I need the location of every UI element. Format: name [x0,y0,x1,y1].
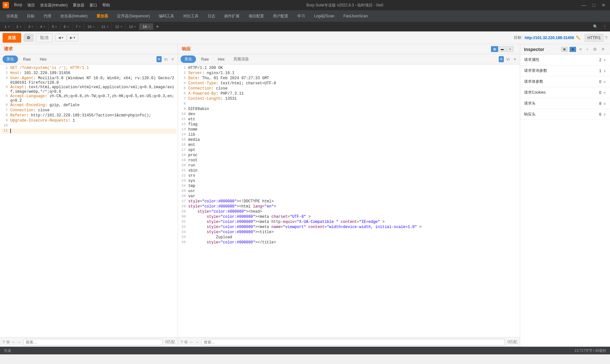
inspector-item-query-params[interactable]: 请求查询参数 1 ∨ [520,65,610,76]
request-next-icon[interactable]: → [17,340,21,344]
response-tab-beautify[interactable]: 美化 [181,55,196,63]
tab-14[interactable]: 14 × [140,23,153,30]
tab-search-icon[interactable]: 🔍 [591,23,600,30]
tab-more-icon[interactable]: ⋮ [601,23,609,30]
menu-intruder[interactable]: 攻击器(Intruder) [40,3,67,8]
response-code-area[interactable]: 1HTTP/1.1 200 OK2Server: nginx/1.16.13Da… [178,64,520,337]
nav-extensions[interactable]: 插件扩展 [220,12,243,20]
menu-project[interactable]: 项目 [27,3,35,8]
inspector-item-cookies[interactable]: 请求Cookies 0 ∨ [520,87,610,98]
http-version-badge[interactable]: HTTP/1 [585,34,604,42]
response-prev-icon[interactable]: ← [189,340,193,344]
response-settings-icon[interactable]: ⚙ [184,340,188,344]
request-prev-icon[interactable]: ← [11,340,15,344]
line-content-9: Upgrade-Insecure-Requests: 1 [10,118,176,123]
window-controls: — □ ✕ [580,2,607,8]
nav-project-options[interactable]: 项目配置 [245,12,268,20]
tab-2[interactable]: 2 × [13,23,25,30]
response-line-number-2: 2 [179,71,188,76]
menu-repeater[interactable]: 重放器 [73,3,84,8]
tab-12[interactable]: 12 × [112,23,126,30]
request-search-input[interactable] [23,339,163,345]
request-code-area[interactable]: 1GET /?cmd=system('ls /'); HTTP/1.12Host… [0,64,178,337]
response-search-input[interactable] [201,339,505,345]
response-more-icon[interactable]: ≡ [512,56,517,62]
view-btn-2[interactable]: ▬ [499,46,506,52]
inspector-item-response-headers[interactable]: 响应头 6 ∨ [520,109,610,120]
nav-encoder[interactable]: 编码工具 [155,12,178,20]
inspector-settings-icon[interactable]: ⚙ [592,46,598,52]
menu-window[interactable]: 窗口 [89,3,97,8]
response-line-number-3: 3 [179,76,188,81]
target-label: 目标: [514,35,522,40]
tab-7[interactable]: 7 × [72,23,84,30]
request-format-icon[interactable]: ≡ [157,56,162,62]
nav-log4j2scan[interactable]: Log4j2Scan [310,13,338,20]
response-line-32: 32 style="color:#000080"><meta name="vie… [179,225,519,230]
response-tab-hex[interactable]: Hex [214,56,228,63]
request-tab-raw[interactable]: Raw [19,56,35,63]
request-wrap-icon[interactable]: \n [163,56,169,62]
cancel-button[interactable]: 取消 [36,33,53,42]
response-format-icon[interactable]: ≡ [499,56,504,62]
response-line-content-3: Date: Thu, 01 Feb 2024 07:27:33 GMT [188,76,519,81]
next-button[interactable]: ▶ ▾ [67,34,78,41]
menu-help[interactable]: 帮助 [102,3,110,8]
tab-5[interactable]: 5 × [49,23,61,30]
inspector-view-btn-2[interactable]: ▩ [570,47,576,52]
http-help-icon[interactable]: ? [605,35,607,40]
request-settings-icon[interactable]: ⚙ [6,340,10,344]
view-btn-3[interactable]: ▪ [506,46,513,52]
response-tab-render[interactable]: 页面渲染 [230,55,253,63]
inspector-align-icon[interactable]: ≡ [578,46,583,52]
send-button[interactable]: 发送 [3,33,21,43]
inspector-item-request-headers[interactable]: 请求头 8 ∨ [520,98,610,109]
nav-intruder[interactable]: 攻击器(Intruder) [56,12,91,20]
minimize-button[interactable]: — [580,2,588,8]
add-tab-button[interactable]: + [153,22,161,31]
tab-13[interactable]: 13 × [126,23,140,30]
response-line-12: 12flag [179,122,519,127]
request-tab-hex[interactable]: Hex [36,56,50,63]
maximize-button[interactable]: □ [591,2,597,8]
close-button[interactable]: ✕ [600,2,607,8]
line-content-5: Accept-Language: zh-CN,zh;q=0.8,zh-TW;q=… [10,94,176,103]
tab-3[interactable]: 3 × [25,23,37,30]
request-tab-beautify[interactable]: 美化 [3,55,18,63]
tab-10[interactable]: 10 × [84,23,98,30]
inspector-item-request-attributes[interactable]: 请求属性 2 ∨ [520,55,610,65]
nav-learn[interactable]: 学习 [293,12,309,20]
request-help-icon[interactable]: ? [3,340,5,344]
nav-comparer[interactable]: 对比工具 [179,12,202,20]
nav-target[interactable]: 目标 [23,12,38,20]
tab-1[interactable]: 1 × [1,23,13,30]
response-help-icon[interactable]: ? [181,340,183,344]
response-wrap-icon[interactable]: \n [505,56,511,62]
request-line-4: 4Accept: text/html,application/xhtml+xml… [1,85,176,94]
nav-user-options[interactable]: 用户配置 [269,12,292,20]
nav-logger[interactable]: 日志 [204,12,219,20]
inspector-split-icon[interactable]: ÷ [585,46,590,52]
edit-target-icon[interactable]: ✏️ [576,36,581,40]
prev-button[interactable]: ◀ ▾ [55,34,66,41]
nav-dashboard[interactable]: 仪表盘 [3,12,22,20]
response-next-icon[interactable]: → [195,340,199,344]
response-line-content-4: Content-Type: text/html; charset=UTF-8 [188,81,519,86]
nav-proxy[interactable]: 代理 [40,12,55,20]
nav-sequencer[interactable]: 定序器(Sequencer) [113,12,154,20]
view-btn-1[interactable]: ▦ [491,46,498,52]
settings-button[interactable]: ⚙ [24,34,33,42]
nav-fastjsonscan[interactable]: FastJsonScan [340,13,372,20]
nav-repeater[interactable]: 重放器 [93,12,112,20]
tab-11[interactable]: 11 × [98,23,112,30]
inspector-view-btn-1[interactable]: ▦ [561,47,568,52]
inspector-item-body-params[interactable]: 请求体参数 0 ∨ [520,76,610,87]
inspector-close-icon[interactable]: ✕ [600,46,606,52]
tab-4[interactable]: 4 × [37,23,49,30]
response-line-number-12: 12 [179,122,188,127]
response-tab-raw[interactable]: Raw [197,56,213,63]
tab-6[interactable]: 6 × [61,23,72,30]
response-line-number-35: 35 [179,240,188,245]
request-more-icon[interactable]: ≡ [170,56,175,62]
menu-burp[interactable]: Burp [14,3,22,8]
